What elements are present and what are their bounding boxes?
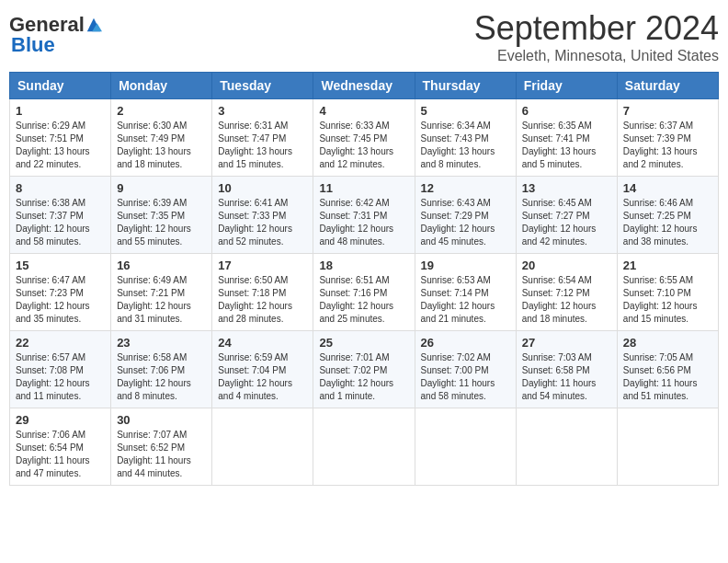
logo-icon — [85, 17, 102, 33]
calendar-cell: 24 Sunrise: 6:59 AM Sunset: 7:04 PM Dayl… — [212, 331, 313, 408]
day-number: 3 — [218, 104, 307, 118]
day-info: Sunrise: 6:43 AM Sunset: 7:29 PM Dayligh… — [421, 197, 510, 248]
calendar-week-row: 8 Sunrise: 6:38 AM Sunset: 7:37 PM Dayli… — [10, 177, 719, 254]
calendar-cell: 14 Sunrise: 6:46 AM Sunset: 7:25 PM Dayl… — [617, 177, 718, 254]
calendar-cell: 4 Sunrise: 6:33 AM Sunset: 7:45 PM Dayli… — [313, 99, 415, 177]
calendar-cell: 6 Sunrise: 6:35 AM Sunset: 7:41 PM Dayli… — [516, 99, 617, 177]
col-wednesday: Wednesday — [313, 73, 415, 99]
calendar-cell — [415, 408, 516, 486]
calendar-cell: 20 Sunrise: 6:54 AM Sunset: 7:12 PM Dayl… — [516, 254, 617, 331]
location: Eveleth, Minnesota, United States — [474, 48, 719, 64]
day-number: 24 — [218, 336, 307, 350]
day-info: Sunrise: 6:57 AM Sunset: 7:08 PM Dayligh… — [16, 351, 105, 403]
day-info: Sunrise: 6:31 AM Sunset: 7:47 PM Dayligh… — [218, 120, 307, 171]
day-number: 5 — [421, 104, 510, 118]
col-sunday: Sunday — [10, 73, 111, 99]
calendar-cell: 3 Sunrise: 6:31 AM Sunset: 7:47 PM Dayli… — [212, 99, 313, 177]
day-info: Sunrise: 6:51 AM Sunset: 7:16 PM Dayligh… — [319, 274, 408, 326]
calendar-cell: 8 Sunrise: 6:38 AM Sunset: 7:37 PM Dayli… — [10, 177, 111, 254]
day-info: Sunrise: 6:45 AM Sunset: 7:27 PM Dayligh… — [522, 197, 611, 248]
day-info: Sunrise: 6:41 AM Sunset: 7:33 PM Dayligh… — [218, 197, 307, 248]
logo: General Blue — [9, 9, 102, 57]
day-number: 9 — [117, 181, 206, 195]
day-info: Sunrise: 6:42 AM Sunset: 7:31 PM Dayligh… — [319, 197, 408, 248]
calendar-cell: 21 Sunrise: 6:55 AM Sunset: 7:10 PM Dayl… — [617, 254, 718, 331]
calendar-header-row: Sunday Monday Tuesday Wednesday Thursday… — [10, 73, 719, 99]
day-info: Sunrise: 6:50 AM Sunset: 7:18 PM Dayligh… — [218, 274, 307, 326]
day-number: 26 — [421, 336, 510, 350]
calendar-cell: 12 Sunrise: 6:43 AM Sunset: 7:29 PM Dayl… — [415, 177, 516, 254]
day-number: 23 — [117, 336, 206, 350]
col-monday: Monday — [111, 73, 212, 99]
col-saturday: Saturday — [617, 73, 718, 99]
day-info: Sunrise: 6:53 AM Sunset: 7:14 PM Dayligh… — [421, 274, 510, 326]
day-number: 21 — [623, 259, 712, 272]
day-number: 7 — [623, 104, 712, 118]
calendar-cell: 23 Sunrise: 6:58 AM Sunset: 7:06 PM Dayl… — [111, 331, 212, 408]
calendar-cell: 28 Sunrise: 7:05 AM Sunset: 6:56 PM Dayl… — [617, 331, 718, 408]
calendar-cell — [313, 408, 415, 486]
day-number: 20 — [522, 259, 611, 272]
day-number: 27 — [522, 336, 611, 350]
calendar-cell: 16 Sunrise: 6:49 AM Sunset: 7:21 PM Dayl… — [111, 254, 212, 331]
day-info: Sunrise: 7:06 AM Sunset: 6:54 PM Dayligh… — [16, 429, 105, 480]
calendar-cell: 22 Sunrise: 6:57 AM Sunset: 7:08 PM Dayl… — [10, 331, 111, 408]
calendar-table: Sunday Monday Tuesday Wednesday Thursday… — [9, 72, 719, 486]
col-thursday: Thursday — [415, 73, 516, 99]
day-number: 29 — [16, 413, 105, 427]
day-number: 19 — [421, 259, 510, 272]
day-number: 30 — [117, 413, 206, 427]
calendar-week-row: 15 Sunrise: 6:47 AM Sunset: 7:23 PM Dayl… — [10, 254, 719, 331]
day-info: Sunrise: 6:59 AM Sunset: 7:04 PM Dayligh… — [218, 351, 307, 403]
day-info: Sunrise: 6:29 AM Sunset: 7:51 PM Dayligh… — [16, 120, 105, 171]
calendar-cell: 30 Sunrise: 7:07 AM Sunset: 6:52 PM Dayl… — [111, 408, 212, 486]
header: General Blue September 2024 Eveleth, Min… — [9, 9, 719, 64]
calendar-cell: 10 Sunrise: 6:41 AM Sunset: 7:33 PM Dayl… — [212, 177, 313, 254]
day-info: Sunrise: 7:03 AM Sunset: 6:58 PM Dayligh… — [522, 351, 611, 403]
calendar-cell: 2 Sunrise: 6:30 AM Sunset: 7:49 PM Dayli… — [111, 99, 212, 177]
calendar-cell: 18 Sunrise: 6:51 AM Sunset: 7:16 PM Dayl… — [313, 254, 415, 331]
day-info: Sunrise: 6:55 AM Sunset: 7:10 PM Dayligh… — [623, 274, 712, 326]
day-info: Sunrise: 6:38 AM Sunset: 7:37 PM Dayligh… — [16, 197, 105, 248]
calendar-cell: 11 Sunrise: 6:42 AM Sunset: 7:31 PM Dayl… — [313, 177, 415, 254]
day-number: 25 — [319, 336, 408, 350]
day-info: Sunrise: 6:37 AM Sunset: 7:39 PM Dayligh… — [623, 120, 712, 171]
day-info: Sunrise: 7:07 AM Sunset: 6:52 PM Dayligh… — [117, 429, 206, 480]
day-number: 11 — [319, 181, 408, 195]
day-info: Sunrise: 7:02 AM Sunset: 7:00 PM Dayligh… — [421, 351, 510, 403]
col-friday: Friday — [516, 73, 617, 99]
day-number: 22 — [16, 336, 105, 350]
title-area: September 2024 Eveleth, Minnesota, Unite… — [474, 9, 719, 64]
day-number: 1 — [16, 104, 105, 118]
day-number: 4 — [319, 104, 408, 118]
calendar-cell — [617, 408, 718, 486]
calendar-cell: 13 Sunrise: 6:45 AM Sunset: 7:27 PM Dayl… — [516, 177, 617, 254]
calendar-cell: 17 Sunrise: 6:50 AM Sunset: 7:18 PM Dayl… — [212, 254, 313, 331]
day-info: Sunrise: 6:30 AM Sunset: 7:49 PM Dayligh… — [117, 120, 206, 171]
day-number: 16 — [117, 259, 206, 272]
day-number: 12 — [421, 181, 510, 195]
day-info: Sunrise: 6:58 AM Sunset: 7:06 PM Dayligh… — [117, 351, 206, 403]
day-number: 13 — [522, 181, 611, 195]
col-tuesday: Tuesday — [212, 73, 313, 99]
calendar-cell: 15 Sunrise: 6:47 AM Sunset: 7:23 PM Dayl… — [10, 254, 111, 331]
calendar-cell: 5 Sunrise: 6:34 AM Sunset: 7:43 PM Dayli… — [415, 99, 516, 177]
day-info: Sunrise: 6:34 AM Sunset: 7:43 PM Dayligh… — [421, 120, 510, 171]
month-title: September 2024 — [474, 9, 719, 48]
calendar-week-row: 29 Sunrise: 7:06 AM Sunset: 6:54 PM Dayl… — [10, 408, 719, 486]
day-number: 10 — [218, 181, 307, 195]
calendar-week-row: 22 Sunrise: 6:57 AM Sunset: 7:08 PM Dayl… — [10, 331, 719, 408]
calendar-cell: 1 Sunrise: 6:29 AM Sunset: 7:51 PM Dayli… — [10, 99, 111, 177]
calendar-cell: 29 Sunrise: 7:06 AM Sunset: 6:54 PM Dayl… — [10, 408, 111, 486]
calendar-cell — [212, 408, 313, 486]
day-info: Sunrise: 7:01 AM Sunset: 7:02 PM Dayligh… — [319, 351, 408, 403]
logo-blue-text: Blue — [11, 33, 55, 56]
calendar-week-row: 1 Sunrise: 6:29 AM Sunset: 7:51 PM Dayli… — [10, 99, 719, 177]
day-info: Sunrise: 6:47 AM Sunset: 7:23 PM Dayligh… — [16, 274, 105, 326]
calendar-cell: 7 Sunrise: 6:37 AM Sunset: 7:39 PM Dayli… — [617, 99, 718, 177]
day-info: Sunrise: 6:49 AM Sunset: 7:21 PM Dayligh… — [117, 274, 206, 326]
day-number: 18 — [319, 259, 408, 272]
day-info: Sunrise: 7:05 AM Sunset: 6:56 PM Dayligh… — [623, 351, 712, 403]
day-info: Sunrise: 6:46 AM Sunset: 7:25 PM Dayligh… — [623, 197, 712, 248]
day-info: Sunrise: 6:39 AM Sunset: 7:35 PM Dayligh… — [117, 197, 206, 248]
